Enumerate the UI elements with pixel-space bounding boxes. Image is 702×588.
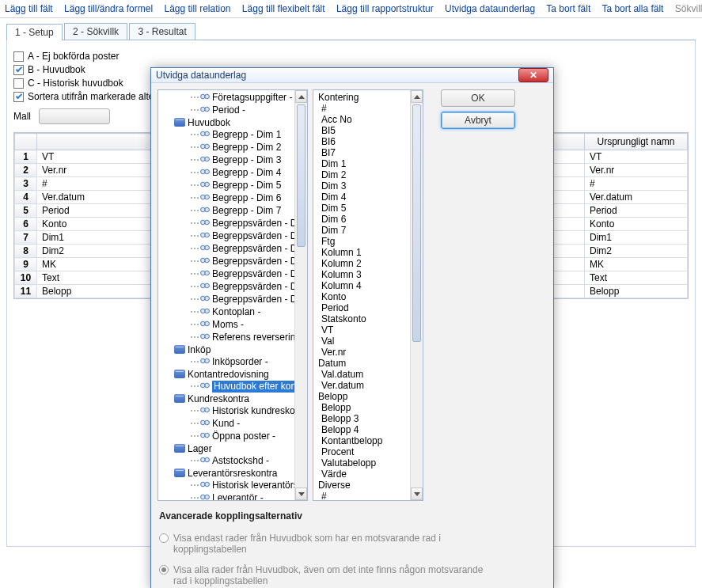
- list-item[interactable]: Kolumn 1: [313, 247, 410, 258]
- list-item[interactable]: Kontantbelopp: [313, 435, 410, 446]
- scroll-up-icon[interactable]: [295, 90, 307, 103]
- toolbar-search-conditions[interactable]: Sökvillkor: [675, 3, 702, 14]
- tree-item[interactable]: ⋯Begreppsvärden - Dim 3: [158, 243, 294, 256]
- list-item[interactable]: Val: [313, 336, 410, 347]
- grid-cell-orig[interactable]: Period: [585, 204, 688, 218]
- mall-button[interactable]: [39, 108, 110, 124]
- list-item[interactable]: Värde: [313, 469, 410, 480]
- grid-header-ursprungligt[interactable]: Ursprungligt namn: [585, 134, 688, 150]
- tree-group[interactable]: Lager: [158, 443, 294, 455]
- list-item[interactable]: Val.datum: [313, 369, 410, 380]
- toolbar-add-relation[interactable]: Lägg till relation: [164, 3, 230, 14]
- list-item[interactable]: Ver.nr: [313, 347, 410, 358]
- close-button[interactable]: ✕: [518, 68, 548, 82]
- tree-item[interactable]: ⋯Begreppsvärden - Dim 6: [158, 281, 294, 294]
- list-item[interactable]: Dim 3: [313, 180, 410, 192]
- list-item[interactable]: Dim 6: [313, 214, 410, 225]
- toolbar-extend-data[interactable]: Utvidga dataunderlag: [445, 3, 535, 14]
- list-item[interactable]: Dim 1: [313, 158, 410, 169]
- scroll-up-icon[interactable]: [411, 90, 423, 103]
- list-item[interactable]: Procent: [313, 446, 410, 457]
- toolbar-remove-all-fields[interactable]: Ta bort alla fält: [601, 3, 663, 14]
- list-item[interactable]: Dim 7: [313, 225, 410, 236]
- grid-cell-orig[interactable]: Text: [585, 271, 688, 285]
- tree-item[interactable]: ⋯Begreppsvärden - Dim 5: [158, 268, 294, 281]
- tree-item[interactable]: ⋯Referens reversering - Re: [158, 332, 294, 344]
- tree-group[interactable]: Kundreskontra: [158, 393, 294, 405]
- grid-row-header[interactable]: 5: [15, 204, 37, 218]
- tree-item[interactable]: ⋯Begrepp - Dim 3: [158, 154, 294, 167]
- grid-row-header[interactable]: 7: [15, 231, 37, 245]
- tree-item[interactable]: ⋯Begrepp - Dim 6: [158, 192, 294, 205]
- list-scrollbar[interactable]: [410, 90, 423, 500]
- grid-row-header[interactable]: 9: [15, 258, 37, 271]
- grid-cell-orig[interactable]: VT: [585, 150, 688, 164]
- list-item[interactable]: Acc No: [313, 114, 410, 125]
- grid-row-header[interactable]: 3: [15, 177, 37, 191]
- list-item[interactable]: Kolumn 4: [313, 280, 410, 291]
- tree-group[interactable]: Huvudbok: [158, 117, 294, 129]
- list-item[interactable]: BI5: [313, 125, 410, 136]
- list-item[interactable]: BI6: [313, 136, 410, 147]
- list-item[interactable]: Belopp 4: [313, 424, 410, 435]
- toolbar-add-report-structure[interactable]: Lägg till rapportstruktur: [336, 3, 434, 14]
- grid-row-header[interactable]: 4: [15, 191, 37, 204]
- checkbox-b[interactable]: [13, 65, 24, 75]
- grid-cell-orig[interactable]: Belopp: [585, 285, 688, 298]
- list-item[interactable]: #: [313, 103, 410, 114]
- tree-item[interactable]: ⋯Inköpsorder -: [158, 356, 294, 369]
- tree-item[interactable]: ⋯Begreppsvärden - Dim 1: [158, 218, 294, 230]
- toolbar-remove-field[interactable]: Ta bort fält: [546, 3, 590, 14]
- grid-cell-orig[interactable]: Dim2: [585, 245, 688, 258]
- grid-row-header[interactable]: 8: [15, 245, 37, 258]
- tree-item[interactable]: ⋯Leverantör -: [158, 492, 294, 500]
- tree-item[interactable]: ⋯Aststockshd -: [158, 455, 294, 468]
- source-tree[interactable]: ⋯Företagsuppgifter -⋯Period -Huvudbok⋯Be…: [157, 89, 308, 501]
- fields-list[interactable]: Kontering#Acc NoBI5BI6BI7Dim 1Dim 2Dim 3…: [313, 89, 423, 501]
- tree-scrollbar[interactable]: [294, 90, 307, 500]
- grid-row-header[interactable]: 1: [15, 150, 37, 164]
- tree-item[interactable]: ⋯Period -: [158, 104, 294, 117]
- tree-item[interactable]: ⋯Begreppsvärden - Dim 2: [158, 230, 294, 243]
- tree-item[interactable]: ⋯Moms -: [158, 319, 294, 332]
- grid-cell-orig[interactable]: Dim1: [585, 231, 688, 245]
- list-item[interactable]: Kolumn 3: [313, 269, 410, 280]
- tree-item[interactable]: ⋯Öppna poster -: [158, 431, 294, 443]
- scroll-down-icon[interactable]: [411, 487, 423, 500]
- grid-row-header[interactable]: 11: [15, 285, 37, 298]
- scroll-down-icon[interactable]: [295, 487, 307, 500]
- tree-item[interactable]: ⋯Huvudbok efter kontantpr: [158, 381, 294, 393]
- dialog-titlebar[interactable]: Utvidga dataunderlag ✕: [151, 68, 553, 83]
- grid-row-header[interactable]: 2: [15, 164, 37, 177]
- list-item[interactable]: Period: [313, 302, 410, 313]
- tab-sokvillk[interactable]: 2 - Sökvillk: [64, 23, 127, 40]
- tree-item[interactable]: ⋯Begrepp - Dim 5: [158, 180, 294, 192]
- tree-item[interactable]: ⋯Begreppsvärden - Dim 7: [158, 294, 294, 306]
- grid-row-header[interactable]: 10: [15, 271, 37, 285]
- list-item[interactable]: Belopp 3: [313, 413, 410, 424]
- tree-item[interactable]: ⋯Kund -: [158, 418, 294, 431]
- toolbar-add-field[interactable]: Lägg till fält: [5, 3, 53, 14]
- tree-item[interactable]: ⋯Begrepp - Dim 7: [158, 205, 294, 218]
- grid-cell-orig[interactable]: Ver.datum: [585, 191, 688, 204]
- grid-cell-orig[interactable]: Konto: [585, 218, 688, 231]
- tree-item[interactable]: ⋯Begreppsvärden - Dim 4: [158, 256, 294, 268]
- list-scroll-thumb[interactable]: [412, 104, 421, 342]
- list-item[interactable]: Konto: [313, 291, 410, 302]
- list-item[interactable]: Ver.datum: [313, 380, 410, 391]
- grid-row-header[interactable]: 6: [15, 218, 37, 231]
- toolbar-add-formula[interactable]: Lägg till/ändra formel: [64, 3, 153, 14]
- tree-item[interactable]: ⋯Historisk leverantörsresko: [158, 480, 294, 492]
- checkbox-sort[interactable]: [13, 92, 24, 102]
- tree-item[interactable]: ⋯Kontoplan -: [158, 306, 294, 319]
- list-item[interactable]: Dim 5: [313, 203, 410, 214]
- tree-group[interactable]: Inköp: [158, 344, 294, 356]
- tree-item[interactable]: ⋯Begrepp - Dim 1: [158, 129, 294, 142]
- radio-all-rows[interactable]: [159, 565, 169, 575]
- tree-group[interactable]: Kontantredovisning: [158, 369, 294, 381]
- tree-item[interactable]: ⋯Företagsuppgifter -: [158, 92, 294, 104]
- tab-resultat[interactable]: 3 - Resultat: [129, 23, 195, 40]
- grid-cell-orig[interactable]: Ver.nr: [585, 164, 688, 177]
- toolbar-add-flex-field[interactable]: Lägg till flexibelt fält: [242, 3, 325, 14]
- list-item[interactable]: VT: [313, 324, 410, 336]
